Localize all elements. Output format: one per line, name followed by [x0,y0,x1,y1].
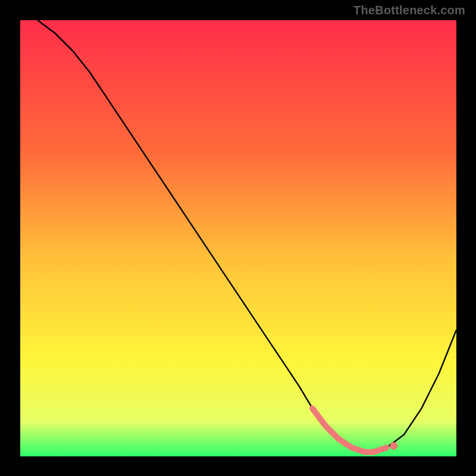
chart-frame: TheBottleneck.com [0,0,476,476]
bottleneck-chart [0,0,476,476]
gradient-background [20,20,456,456]
marker-end-dot [390,442,397,449]
